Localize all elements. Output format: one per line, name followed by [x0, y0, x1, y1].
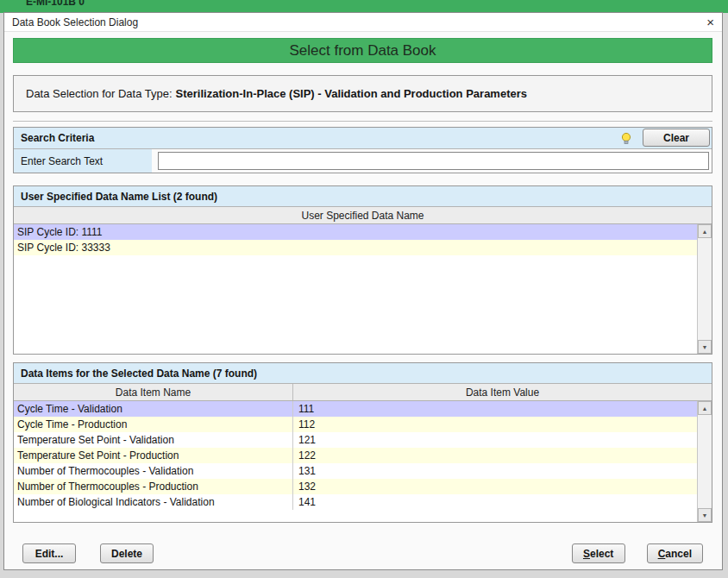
- data-item-name: Cycle Time - Validation: [14, 401, 293, 417]
- data-type-label: Data Selection for Data Type:: [26, 87, 173, 100]
- search-criteria-title: Search Criteria: [21, 132, 94, 144]
- table-row[interactable]: Number of Biological Indicators - Valida…: [14, 494, 697, 510]
- screen: E-MI-101B 0 Data Book Selection Dialog ×…: [0, 0, 728, 578]
- data-item-value: 111: [293, 401, 697, 417]
- scroll-up-icon[interactable]: ▲: [698, 401, 712, 415]
- scroll-down-icon[interactable]: ▼: [698, 340, 712, 354]
- data-name-list-body: SIP Cycle ID: 1111 SIP Cycle ID: 33333 ▲…: [14, 224, 712, 354]
- background-app-text: E-MI-101B 0: [26, 0, 85, 8]
- data-name-list-panel: User Specified Data Name List (2 found) …: [13, 185, 712, 355]
- data-item-value: 112: [293, 417, 697, 432]
- data-name-list-column-header: User Specified Data Name: [14, 207, 712, 224]
- column-data-item-name: Data Item Name: [14, 384, 293, 400]
- search-input[interactable]: [158, 152, 709, 170]
- scroll-down-icon[interactable]: ▼: [698, 508, 712, 522]
- scrollbar-track[interactable]: [698, 238, 712, 340]
- name-list-scrollbar[interactable]: ▲ ▼: [697, 224, 712, 354]
- close-icon[interactable]: ×: [706, 16, 714, 28]
- data-type-value: Sterilization-In-Place (SIP) - Validatio…: [176, 87, 527, 100]
- table-row[interactable]: Number of Thermocouples - Validation 131: [14, 463, 697, 479]
- data-name-list-header: User Specified Data Name List (2 found): [14, 186, 712, 207]
- data-type-panel: Data Selection for Data Type: Sterilizat…: [13, 75, 712, 112]
- data-name-rows: SIP Cycle ID: 1111 SIP Cycle ID: 33333: [14, 224, 697, 354]
- background-app-strip: E-MI-101B 0: [0, 0, 728, 13]
- data-item-name: Number of Biological Indicators - Valida…: [14, 494, 293, 510]
- data-items-scrollbar[interactable]: ▲ ▼: [697, 401, 712, 522]
- table-row[interactable]: Temperature Set Point - Validation 121: [14, 432, 697, 448]
- scrollbar-track[interactable]: [698, 415, 712, 508]
- list-item[interactable]: SIP Cycle ID: 33333: [14, 240, 697, 255]
- separator: [13, 121, 712, 123]
- data-item-name: Temperature Set Point - Validation: [14, 432, 293, 448]
- list-item[interactable]: SIP Cycle ID: 1111: [14, 224, 697, 240]
- data-item-value: 131: [293, 463, 697, 479]
- search-criteria-panel: Search Criteria Clear Enter Search Text: [13, 127, 712, 173]
- dialog-content: Select from Data Book Data Selection for…: [4, 33, 722, 569]
- cancel-rest: ancel: [665, 548, 692, 560]
- column-user-specified-data-name: User Specified Data Name: [14, 207, 712, 223]
- cancel-button[interactable]: Cancel: [647, 543, 703, 563]
- search-input-label: Enter Search Text: [14, 149, 152, 173]
- clear-button[interactable]: Clear: [643, 129, 710, 147]
- dialog-titlebar: Data Book Selection Dialog ×: [4, 13, 722, 32]
- select-mnemonic: S: [583, 548, 590, 560]
- button-bar: Edit... Delete Select Cancel: [13, 543, 712, 563]
- column-data-item-value: Data Item Value: [293, 384, 712, 400]
- select-button[interactable]: Select: [572, 543, 625, 563]
- delete-button[interactable]: Delete: [100, 543, 154, 563]
- data-item-name: Temperature Set Point - Production: [14, 448, 293, 463]
- data-items-panel: Data Items for the Selected Data Name (7…: [13, 362, 712, 523]
- data-items-column-header: Data Item Name Data Item Value: [14, 384, 712, 401]
- data-item-value: 141: [293, 494, 697, 510]
- banner-title: Select from Data Book: [13, 38, 712, 63]
- data-item-value: 121: [293, 432, 697, 448]
- data-items-body: Cycle Time - Validation 111 Cycle Time -…: [14, 401, 712, 522]
- edit-button[interactable]: Edit...: [22, 543, 76, 563]
- table-row[interactable]: Temperature Set Point - Production 122: [14, 448, 697, 463]
- table-row[interactable]: Cycle Time - Production 112: [14, 417, 697, 432]
- select-rest: elect: [590, 548, 613, 560]
- lightbulb-icon: [620, 132, 632, 148]
- data-book-selection-dialog: Data Book Selection Dialog × Select from…: [3, 12, 723, 570]
- search-row: Enter Search Text: [14, 149, 712, 173]
- data-item-rows: Cycle Time - Validation 111 Cycle Time -…: [14, 401, 697, 522]
- cancel-mnemonic: C: [658, 548, 666, 560]
- data-item-value: 122: [293, 448, 697, 463]
- data-item-value: 132: [293, 479, 697, 494]
- table-row[interactable]: Number of Thermocouples - Production 132: [14, 479, 697, 494]
- table-row[interactable]: Cycle Time - Validation 111: [14, 401, 697, 417]
- dialog-title: Data Book Selection Dialog: [12, 16, 138, 28]
- data-item-name: Cycle Time - Production: [14, 417, 293, 432]
- data-item-name: Number of Thermocouples - Validation: [14, 463, 293, 479]
- data-item-name: Number of Thermocouples - Production: [14, 479, 293, 494]
- search-criteria-header: Search Criteria Clear: [14, 128, 712, 149]
- data-items-header: Data Items for the Selected Data Name (7…: [14, 363, 712, 384]
- scroll-up-icon[interactable]: ▲: [698, 224, 712, 238]
